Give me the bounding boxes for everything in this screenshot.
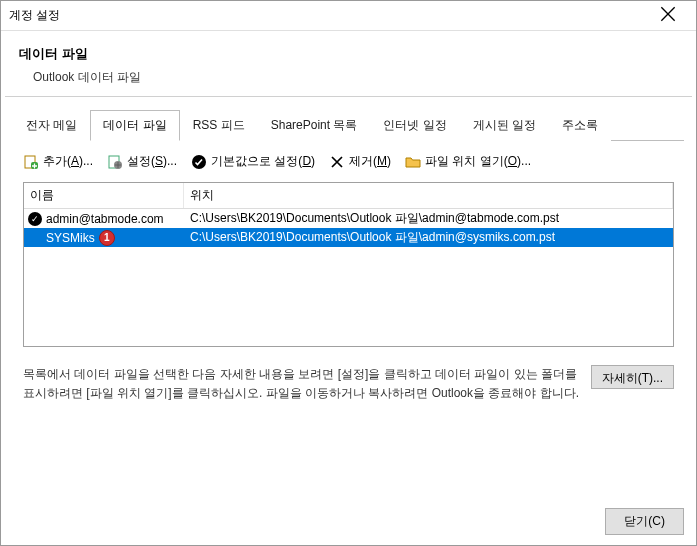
- tab-email[interactable]: 전자 메일: [13, 110, 90, 141]
- cell-location: C:\Users\BK2019\Documents\Outlook 파일\adm…: [184, 210, 673, 227]
- close-icon: [660, 6, 676, 25]
- list-header: 이름 위치: [24, 183, 673, 209]
- btn-text: 닫기(: [624, 514, 652, 528]
- help-text: 목록에서 데이터 파일을 선택한 다음 자세한 내용을 보려면 [설정]을 클릭…: [23, 365, 581, 403]
- tab-internet-calendars[interactable]: 인터넷 일정: [370, 110, 459, 141]
- tab-data-files[interactable]: 데이터 파일: [90, 110, 179, 141]
- tab-label: 인터넷 일정: [383, 118, 446, 132]
- btn-hotkey: S: [155, 154, 163, 168]
- detail-button[interactable]: 자세히(T)...: [591, 365, 674, 389]
- row-name-text: admin@tabmode.com: [46, 212, 164, 226]
- btn-hotkey: T: [642, 371, 649, 385]
- btn-hotkey: O: [508, 154, 517, 168]
- cell-location: C:\Users\BK2019\Documents\Outlook 파일\adm…: [184, 229, 673, 246]
- close-dialog-button[interactable]: 닫기(C): [605, 508, 684, 535]
- check-circle-icon: [191, 154, 207, 170]
- remove-icon: [329, 154, 345, 170]
- data-files-list[interactable]: 이름 위치 ✓admin@tabmode.comC:\Users\BK2019\…: [23, 182, 674, 347]
- add-button[interactable]: 추가(A)...: [23, 153, 93, 170]
- remove-button[interactable]: 제거(M): [329, 153, 391, 170]
- btn-text: 파일 위치 열기(: [425, 154, 508, 168]
- default-check-icon: ✓: [28, 212, 42, 226]
- window-close-button[interactable]: [648, 4, 688, 28]
- annotation-badge: 1: [99, 230, 115, 246]
- tab-sharepoint[interactable]: SharePoint 목록: [258, 110, 371, 141]
- btn-text: 기본값으로 설정(: [211, 154, 302, 168]
- cell-name: SYSMiks1: [24, 230, 184, 246]
- table-row[interactable]: ✓admin@tabmode.comC:\Users\BK2019\Docume…: [24, 209, 673, 228]
- btn-text: ): [387, 154, 391, 168]
- btn-text: )...: [163, 154, 177, 168]
- settings-button[interactable]: 설정(S)...: [107, 153, 177, 170]
- btn-text: 자세히(: [602, 371, 642, 385]
- tab-label: 게시된 일정: [473, 118, 536, 132]
- btn-hotkey: A: [71, 154, 79, 168]
- tab-label: 주소록: [562, 118, 598, 132]
- set-default-button[interactable]: 기본값으로 설정(D): [191, 153, 315, 170]
- tab-address-books[interactable]: 주소록: [549, 110, 611, 141]
- folder-icon: [405, 154, 421, 170]
- tab-rss[interactable]: RSS 피드: [180, 110, 258, 141]
- btn-text: )...: [517, 154, 531, 168]
- open-location-button[interactable]: 파일 위치 열기(O)...: [405, 153, 531, 170]
- tab-label: SharePoint 목록: [271, 118, 358, 132]
- tab-label: RSS 피드: [193, 118, 245, 132]
- btn-text: 추가(: [43, 154, 71, 168]
- add-icon: [23, 154, 39, 170]
- window-title: 계정 설정: [9, 7, 60, 24]
- btn-hotkey: C: [652, 514, 661, 528]
- column-name-header[interactable]: 이름: [24, 183, 184, 208]
- btn-text: 제거(: [349, 154, 377, 168]
- btn-hotkey: D: [302, 154, 311, 168]
- tab-label: 데이터 파일: [103, 118, 166, 132]
- btn-hotkey: M: [377, 154, 387, 168]
- tab-published-calendars[interactable]: 게시된 일정: [460, 110, 549, 141]
- tab-bar: 전자 메일 데이터 파일 RSS 피드 SharePoint 목록 인터넷 일정…: [13, 109, 684, 141]
- page-subtitle: Outlook 데이터 파일: [33, 69, 678, 86]
- toolbar: 추가(A)... 설정(S)... 기본값으로 설정(D) 제거(M) 파일 위…: [9, 141, 688, 182]
- btn-text: )...: [79, 154, 93, 168]
- settings-icon: [107, 154, 123, 170]
- table-row[interactable]: SYSMiks1C:\Users\BK2019\Documents\Outloo…: [24, 228, 673, 247]
- cell-name: ✓admin@tabmode.com: [24, 212, 184, 226]
- btn-text: ): [311, 154, 315, 168]
- tab-label: 전자 메일: [26, 118, 77, 132]
- page-title: 데이터 파일: [19, 45, 678, 63]
- row-name-text: SYSMiks: [46, 231, 95, 245]
- btn-text: 설정(: [127, 154, 155, 168]
- btn-text: ): [661, 514, 665, 528]
- column-location-header[interactable]: 위치: [184, 183, 673, 208]
- btn-text: )...: [649, 371, 663, 385]
